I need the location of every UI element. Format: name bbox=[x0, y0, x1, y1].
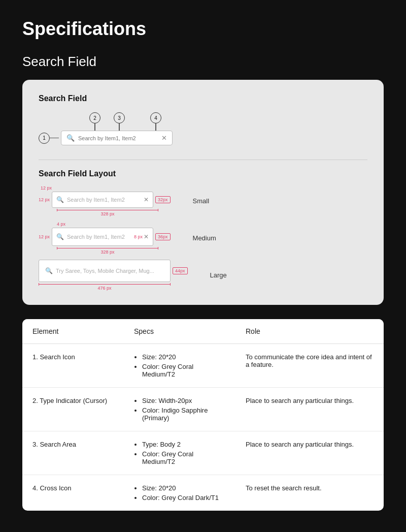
spec-item: Size: 20*20 bbox=[142, 353, 225, 361]
anatomy-search-field: 🔍 ✕ bbox=[61, 131, 173, 145]
layout-medium-row: 4 px 12 px 🔍 Search by Item1, Item2 8 px… bbox=[39, 222, 367, 255]
spec-item: Color: Grey Coral Medium/T2 bbox=[142, 450, 225, 465]
table-cell-role: To communicate the core idea and intent … bbox=[235, 344, 384, 388]
table-cell-specs: Size: 20*20Color: Grey Coral Medium/T2 bbox=[124, 344, 235, 388]
header-specs: Specs bbox=[124, 319, 235, 344]
medium-size-label: Medium bbox=[193, 234, 216, 242]
table-row: 3. Search AreaType: Body 2Color: Grey Co… bbox=[22, 431, 384, 475]
anatomy-clear-icon: ✕ bbox=[161, 134, 167, 142]
layout-section: Search Field Layout 12 px 12 px 🔍 Search… bbox=[39, 169, 367, 291]
diagram-card: Search Field 2 3 4 1 bbox=[22, 80, 384, 305]
table-cell-element: 1. Search Icon bbox=[22, 344, 124, 388]
small-size-label: Small bbox=[193, 197, 210, 205]
spec-item: Color: Indigo Sapphire (Primary) bbox=[142, 406, 225, 422]
small-left-padding: 12 px bbox=[39, 197, 50, 202]
small-height-badge: 32px bbox=[155, 196, 171, 203]
small-clear-icon: ✕ bbox=[144, 196, 149, 203]
header-role: Role bbox=[235, 319, 384, 344]
small-padding-label: 12 px bbox=[41, 185, 52, 191]
spec-item: Type: Body 2 bbox=[142, 441, 225, 448]
table-cell-element: 4. Cross Icon bbox=[22, 475, 124, 511]
callout-4-bubble: 4 bbox=[150, 112, 161, 123]
header-element: Element bbox=[22, 319, 124, 344]
table-cell-role: Place to search any particular things. bbox=[235, 431, 384, 475]
small-width-label: 328 px bbox=[100, 211, 114, 216]
layout-section-title: Search Field Layout bbox=[39, 169, 367, 178]
large-width-label: 476 px bbox=[97, 286, 111, 291]
specs-table-wrap: Element Specs Role 1. Search IconSize: 2… bbox=[22, 319, 384, 511]
spec-item: Size: Width-20px bbox=[142, 397, 225, 404]
medium-search-icon: 🔍 bbox=[56, 233, 64, 240]
anatomy-search-icon: 🔍 bbox=[66, 134, 75, 142]
large-height-badge: 44px bbox=[173, 267, 188, 274]
spec-item: Color: Grey Coral Medium/T2 bbox=[142, 363, 225, 378]
section-title: Search Field bbox=[22, 54, 384, 70]
small-search-icon: 🔍 bbox=[56, 196, 64, 203]
large-field-text: Try Saree, Toys, Mobile Charger, Mug... bbox=[56, 268, 164, 274]
table-cell-specs: Size: 20*20Color: Grey Coral Dark/T1 bbox=[124, 475, 235, 511]
medium-right-inner: 8 px bbox=[134, 234, 143, 239]
table-cell-specs: Type: Body 2Color: Grey Coral Medium/T2 bbox=[124, 431, 235, 475]
small-search-field: 🔍 Search by Item1, Item2 ✕ bbox=[52, 192, 153, 208]
table-row: 4. Cross IconSize: 20*20Color: Grey Cora… bbox=[22, 475, 384, 511]
table-cell-role: Place to search any particular things. bbox=[235, 388, 384, 431]
layout-large-row: 🔍 Try Saree, Toys, Mobile Charger, Mug..… bbox=[39, 260, 367, 291]
anatomy-field-row: 1 🔍 ✕ bbox=[39, 131, 367, 145]
callout-1-bubble: 1 bbox=[39, 133, 50, 144]
large-search-icon: 🔍 bbox=[45, 267, 53, 274]
table-row: 1. Search IconSize: 20*20Color: Grey Cor… bbox=[22, 344, 384, 388]
anatomy-search-input bbox=[78, 135, 161, 141]
large-size-label: Large bbox=[210, 271, 227, 279]
specs-table: Element Specs Role 1. Search IconSize: 2… bbox=[22, 319, 384, 511]
table-cell-role: To reset the search result. bbox=[235, 475, 384, 511]
page-title: Specifications bbox=[22, 18, 384, 40]
spec-item: Color: Grey Coral Dark/T1 bbox=[142, 494, 225, 502]
medium-left-padding: 12 px bbox=[39, 234, 50, 239]
medium-clear-icon: ✕ bbox=[144, 233, 149, 240]
large-search-field: 🔍 Try Saree, Toys, Mobile Charger, Mug..… bbox=[39, 260, 171, 282]
spec-item: Size: 20*20 bbox=[142, 484, 225, 492]
callout-3-bubble: 3 bbox=[114, 112, 125, 123]
table-cell-element: 3. Search Area bbox=[22, 431, 124, 475]
small-field-text: Search by Item1, Item2 bbox=[67, 197, 144, 203]
table-row: 2. Type Indicator (Cursor)Size: Width-20… bbox=[22, 388, 384, 431]
callout-2-bubble: 2 bbox=[89, 112, 100, 123]
medium-search-field: 🔍 Search by Item1, Item2 8 px ✕ bbox=[52, 228, 153, 246]
table-cell-specs: Size: Width-20pxColor: Indigo Sapphire (… bbox=[124, 388, 235, 431]
medium-top-padding: 4 px bbox=[39, 222, 65, 227]
diagram-section-title: Search Field bbox=[39, 94, 367, 103]
anatomy-area: Search Field 2 3 4 1 bbox=[39, 94, 367, 145]
medium-field-text: Search by Item1, Item2 bbox=[67, 234, 134, 240]
table-cell-element: 2. Type Indicator (Cursor) bbox=[22, 388, 124, 431]
medium-height-badge: 36px bbox=[155, 233, 171, 240]
medium-width-label: 328 px bbox=[100, 249, 114, 255]
layout-small-row: 12 px 12 px 🔍 Search by Item1, Item2 ✕ 3… bbox=[39, 185, 367, 216]
